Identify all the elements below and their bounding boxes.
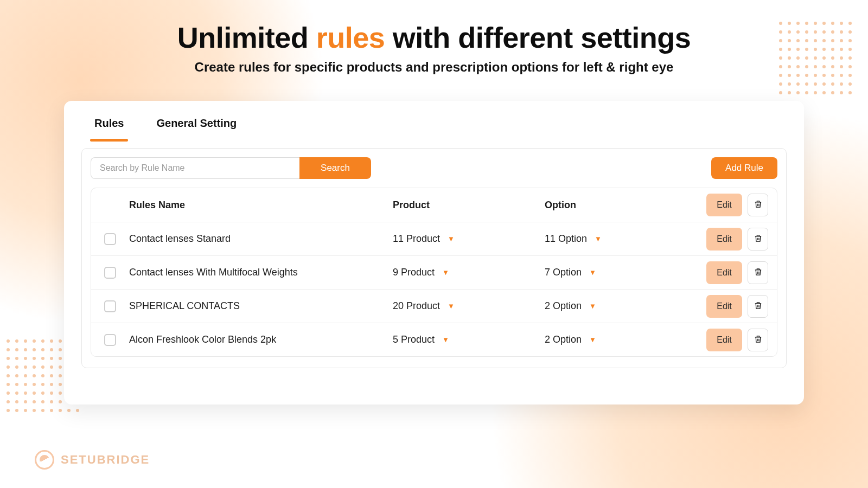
option-count: 7 Option [545, 267, 582, 278]
col-product: Product [388, 194, 540, 216]
rule-name: Alcon Freshlook Color Blends 2pk [129, 329, 388, 351]
product-count: 5 Product [393, 334, 435, 345]
row-checkbox[interactable] [104, 334, 116, 346]
product-count: 9 Product [393, 267, 435, 278]
page-heading: Unlimited rules with different settings … [0, 21, 868, 75]
chevron-down-icon[interactable]: ▼ [448, 235, 455, 243]
page-subtitle: Create rules for specific products and p… [0, 60, 868, 75]
title-part2: with different settings [385, 21, 691, 54]
product-count: 11 Product [393, 233, 440, 245]
option-cell: 2 Option ▼ [540, 329, 681, 351]
option-count: 2 Option [545, 300, 582, 312]
delete-button[interactable] [748, 194, 768, 216]
option-count: 11 Option [545, 233, 587, 245]
table-header-row: Rules Name Product Option Edit [91, 188, 777, 222]
table-row: Contact lenses Stanard 11 Product ▼ 11 O… [91, 222, 777, 255]
product-cell: 5 Product ▼ [388, 329, 540, 351]
rule-name: Contact lenses Stanard [129, 228, 388, 250]
chevron-down-icon[interactable]: ▼ [442, 268, 449, 277]
trash-icon [754, 200, 763, 210]
search-button[interactable]: Search [299, 157, 371, 179]
option-cell: 11 Option ▼ [540, 228, 681, 250]
edit-button[interactable]: Edit [706, 295, 742, 318]
trash-icon [754, 301, 763, 312]
option-count: 2 Option [545, 334, 582, 345]
rule-name: Contact lenses With Multifocal Weights [129, 261, 388, 284]
table-row: Contact lenses With Multifocal Weights 9… [91, 255, 777, 289]
brand-name: SETUBRIDGE [61, 453, 150, 467]
product-cell: 11 Product ▼ [388, 228, 540, 250]
trash-icon [754, 234, 763, 245]
product-count: 20 Product [393, 300, 440, 312]
tab-general-setting[interactable]: General Setting [156, 114, 237, 139]
page-title: Unlimited rules with different settings [0, 21, 868, 54]
row-checkbox[interactable] [104, 233, 116, 245]
rules-panel: Rules General Setting Search Add Rule Ru… [64, 101, 804, 404]
brand-footer: SETUBRIDGE [35, 450, 150, 470]
product-cell: 9 Product ▼ [388, 261, 540, 284]
toolbar: Search Add Rule [91, 157, 777, 179]
edit-button[interactable]: Edit [706, 228, 742, 251]
row-checkbox[interactable] [104, 300, 116, 312]
col-option: Option [540, 194, 681, 216]
chevron-down-icon[interactable]: ▼ [589, 268, 596, 277]
rule-name: SPHERICAL CONTACTS [129, 295, 388, 317]
rules-card: Search Add Rule Rules Name Product Optio… [81, 148, 787, 368]
edit-button[interactable]: Edit [706, 261, 742, 284]
trash-icon [754, 267, 763, 278]
col-rules-name: Rules Name [129, 194, 388, 216]
chevron-down-icon[interactable]: ▼ [589, 336, 596, 344]
delete-button[interactable] [748, 329, 768, 351]
chevron-down-icon[interactable]: ▼ [589, 302, 596, 310]
delete-button[interactable] [748, 295, 768, 318]
delete-button[interactable] [748, 261, 768, 284]
table-row: SPHERICAL CONTACTS 20 Product ▼ 2 Option… [91, 289, 777, 323]
header-actions: Edit [681, 194, 768, 216]
title-part1: Unlimited [177, 21, 316, 54]
delete-button[interactable] [748, 228, 768, 251]
product-cell: 20 Product ▼ [388, 295, 540, 317]
option-cell: 2 Option ▼ [540, 295, 681, 317]
table-row: Alcon Freshlook Color Blends 2pk 5 Produ… [91, 323, 777, 356]
trash-icon [754, 335, 763, 345]
title-accent: rules [316, 21, 385, 54]
rules-table: Rules Name Product Option Edit Contact l… [91, 188, 777, 357]
row-checkbox[interactable] [104, 267, 116, 279]
edit-button[interactable]: Edit [706, 194, 742, 216]
chevron-down-icon[interactable]: ▼ [442, 336, 449, 344]
edit-button[interactable]: Edit [706, 329, 742, 351]
brand-logo-icon [35, 450, 54, 470]
option-cell: 7 Option ▼ [540, 261, 681, 284]
tab-bar: Rules General Setting [64, 114, 804, 139]
add-rule-button[interactable]: Add Rule [711, 157, 777, 179]
chevron-down-icon[interactable]: ▼ [595, 235, 602, 243]
search-input[interactable] [91, 157, 299, 179]
tab-rules[interactable]: Rules [94, 114, 124, 139]
chevron-down-icon[interactable]: ▼ [448, 302, 455, 310]
